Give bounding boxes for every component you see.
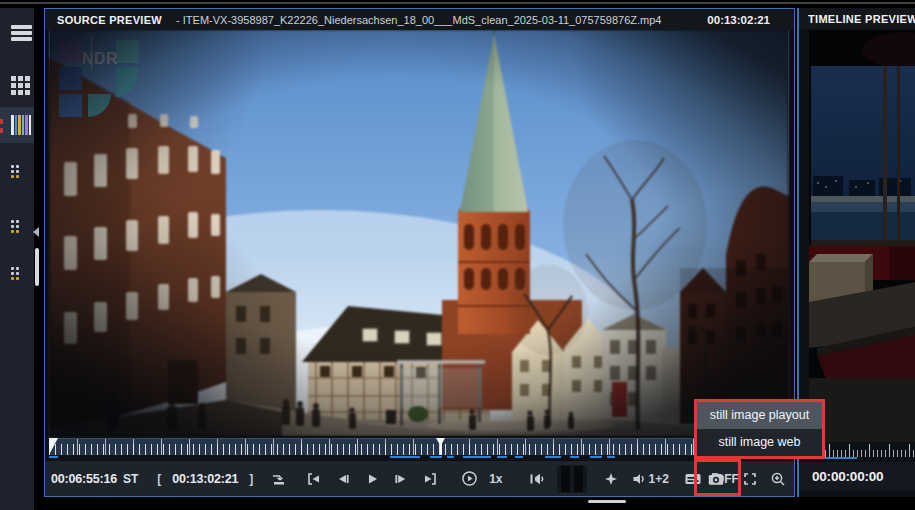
ndr-logo-square — [59, 94, 82, 117]
timeline-panel-title: TIMELINE PREVIEW — [808, 13, 915, 25]
timeline-video-thumbnail[interactable] — [809, 30, 915, 442]
in-bracket: [ — [157, 472, 161, 486]
sidebar-item-options-3[interactable] — [0, 258, 34, 288]
speed-value[interactable]: 1x — [489, 472, 502, 486]
menu-item-still-image-playout[interactable]: still image playout — [697, 402, 822, 429]
notification-marks — [0, 119, 3, 135]
ndr-watermark: NDR — [59, 38, 145, 134]
speaker-icon — [631, 471, 647, 487]
apps-grid-icon — [11, 76, 30, 95]
source-preview-panel: SOURCE PREVIEW - ITEM-VX-3958987_K22226_… — [44, 8, 795, 497]
source-video-viewport[interactable]: NDR — [45, 30, 794, 436]
audio-monitor-icon[interactable] — [528, 468, 546, 490]
goto-out-icon[interactable] — [421, 468, 439, 490]
sidebar-item-options-2[interactable] — [0, 211, 34, 241]
timeline-marker — [515, 456, 523, 458]
timeline-marker — [463, 456, 491, 458]
timeline-marker — [390, 456, 420, 458]
play-icon[interactable] — [363, 468, 381, 490]
play-speed-icon[interactable] — [460, 468, 478, 490]
ndr-logo-shape — [116, 67, 139, 97]
send-to-timeline-icon[interactable] — [270, 468, 288, 490]
horizontal-scrollbar-thumb[interactable] — [588, 500, 626, 503]
position-timecode: 00:06:55:16 — [51, 472, 117, 486]
out-bracket: ] — [249, 472, 253, 486]
window-edge-line — [0, 2, 915, 4]
app-window: SOURCE PREVIEW - ITEM-VX-3958987_K22226_… — [0, 0, 915, 510]
timeline-marker — [607, 456, 615, 458]
still-image-context-menu: still image playout still image web — [694, 399, 825, 459]
source-duration-timecode: 00:13:02:21 — [707, 14, 770, 26]
transport-controls: 00:06:55:16 ST [ 00:13:02:21 ] — [45, 460, 794, 496]
ndr-logo-square — [59, 40, 82, 63]
left-sidebar — [0, 8, 34, 510]
source-filename: - ITEM-VX-3958987_K22226_Niedersachsen_1… — [176, 14, 693, 26]
goto-in-icon[interactable] — [305, 468, 323, 490]
zoom-in-icon[interactable] — [769, 468, 787, 490]
position-suffix: ST — [123, 472, 138, 486]
step-forward-icon[interactable] — [392, 468, 410, 490]
menu-item-still-image-web[interactable]: still image web — [697, 429, 822, 456]
timeline-video-frame — [809, 30, 915, 442]
more-options-icon — [11, 165, 19, 178]
timeline-marker — [430, 456, 442, 458]
source-panel-header: SOURCE PREVIEW - ITEM-VX-3958987_K22226_… — [45, 9, 794, 30]
timeline-marker — [497, 456, 507, 458]
source-panel-title: SOURCE PREVIEW — [57, 14, 162, 26]
audio-channels-label: 1+2 — [649, 472, 669, 486]
more-options-icon — [11, 267, 19, 280]
scrub-icon[interactable] — [602, 468, 620, 490]
audio-meters — [557, 465, 587, 493]
snapshot-camera-icon[interactable] — [707, 468, 725, 490]
ndr-logo-square — [59, 67, 82, 90]
timeline-marker — [570, 456, 579, 458]
scrubber-tick-band[interactable] — [49, 438, 785, 455]
playhead-marker[interactable] — [436, 438, 445, 455]
timeline-timecode-row: 00:00:00:00 — [799, 462, 915, 491]
sidebar-item-apps[interactable] — [0, 70, 34, 100]
ndr-logo-shape — [88, 94, 111, 117]
sidebar-scrollbar-thumb[interactable] — [35, 248, 39, 286]
menu-icon — [11, 23, 32, 43]
fullscreen-icon[interactable] — [741, 468, 759, 490]
ndr-logo-text: NDR — [82, 50, 118, 68]
step-back-icon[interactable] — [334, 468, 352, 490]
timeline-timecode: 00:00:00:00 — [812, 469, 883, 484]
source-video-frame — [50, 30, 788, 436]
timeline-marker — [49, 456, 58, 458]
audio-channels-toggle[interactable]: 1+2 — [631, 471, 669, 487]
timeline-tracks-icon — [11, 115, 32, 135]
timeline-marker — [545, 456, 561, 458]
timeline-marker — [447, 456, 454, 458]
timeline-panel-header: TIMELINE PREVIEW — [799, 8, 915, 29]
sidebar-item-options-1[interactable] — [0, 156, 34, 186]
timeline-marker — [590, 456, 602, 458]
collapse-panel-icon[interactable] — [33, 227, 39, 237]
sidebar-item-menu[interactable] — [0, 18, 34, 48]
duration-timecode: 00:13:02:21 — [172, 472, 238, 486]
ndr-logo-square — [116, 40, 139, 63]
more-options-icon — [11, 220, 19, 233]
source-scrubber[interactable] — [45, 436, 794, 460]
sidebar-item-timeline-tracks[interactable] — [0, 107, 34, 143]
subtitles-icon[interactable] — [684, 468, 702, 490]
